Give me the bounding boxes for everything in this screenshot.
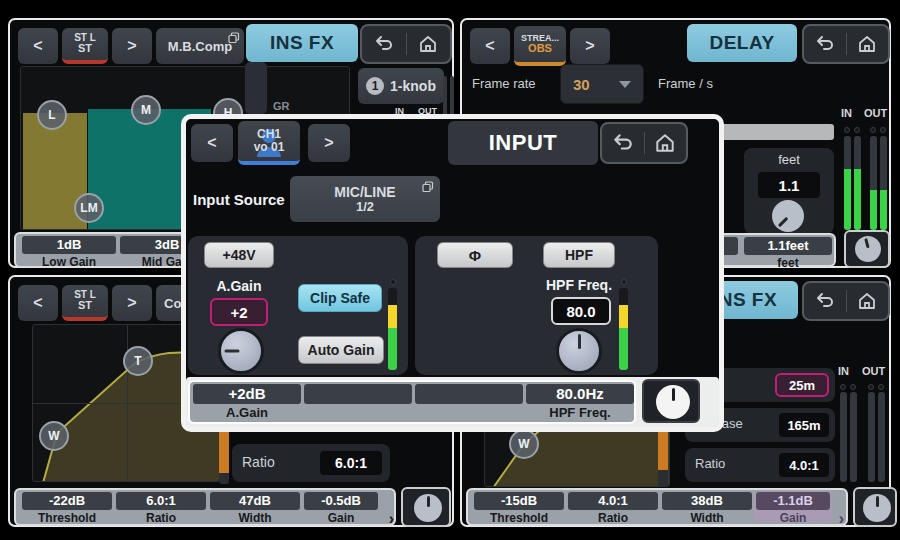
- again-knob[interactable]: [218, 328, 264, 374]
- undo-icon: [815, 35, 835, 53]
- next-channel-button[interactable]: >: [112, 28, 152, 64]
- param-bar: -15dB Threshold 4.0:1 Ratio 38dB Width -…: [466, 488, 848, 526]
- phantom-power-button[interactable]: +48V: [204, 242, 274, 268]
- touch-knob-box: [853, 487, 897, 527]
- param-width[interactable]: 47dB Width: [210, 492, 300, 522]
- page-title: INS FX: [246, 24, 358, 62]
- undo-button[interactable]: [804, 26, 846, 62]
- prev-channel-button[interactable]: <: [191, 124, 233, 162]
- effect-type-button[interactable]: M.B.Comp: [156, 28, 244, 64]
- frame-rate-dropdown[interactable]: 30: [560, 64, 644, 104]
- input-level-meter: [388, 288, 397, 370]
- param-low-gain[interactable]: 1dB Low Gain: [22, 236, 116, 264]
- param-again[interactable]: +2dB A.Gain: [193, 384, 301, 420]
- clip-safe-button[interactable]: Clip Safe: [298, 284, 382, 312]
- undo-button[interactable]: [362, 26, 406, 62]
- param-ratio[interactable]: 4.0:1 Ratio: [568, 492, 658, 522]
- touch-knob-box: [844, 230, 890, 268]
- nav-group: [600, 122, 688, 164]
- param-label: Threshold: [22, 511, 112, 525]
- param-delay-feet[interactable]: 1.1feet feet: [744, 237, 832, 263]
- param-label: A.Gain: [193, 405, 301, 420]
- again-value[interactable]: +2: [210, 298, 268, 326]
- chevron-down-icon: [619, 81, 631, 88]
- home-button[interactable]: [407, 26, 451, 62]
- one-knob-button[interactable]: 1 1-knob: [358, 68, 444, 104]
- param-value: 6.0:1: [116, 492, 206, 510]
- hpf-button[interactable]: HPF: [543, 242, 615, 268]
- more-params-chevron[interactable]: ›: [389, 512, 394, 526]
- page-title: DELAY: [687, 24, 797, 62]
- param-ratio[interactable]: 6.0:1 Ratio: [116, 492, 206, 522]
- low-mid-crossover-handle[interactable]: LM: [74, 193, 104, 223]
- param-value: [415, 384, 523, 404]
- home-button[interactable]: [645, 124, 687, 162]
- touch-knob[interactable]: [855, 236, 881, 262]
- fader-ghost[interactable]: [245, 62, 267, 114]
- in-meter-r: [850, 392, 857, 482]
- dialog-title: INPUT: [448, 121, 598, 165]
- param-2[interactable]: [304, 384, 412, 420]
- input-level-meter: [619, 288, 628, 370]
- width-handle[interactable]: W: [509, 429, 539, 459]
- frame-rate-label: Frame rate: [472, 76, 536, 91]
- channel-select-button[interactable]: ST L ST: [62, 285, 108, 321]
- channel-select-button[interactable]: STREA... OBS: [514, 26, 566, 66]
- prev-channel-button[interactable]: <: [470, 28, 510, 64]
- param-threshold[interactable]: -22dB Threshold: [22, 492, 112, 522]
- auto-gain-button[interactable]: Auto Gain: [298, 336, 384, 364]
- home-button[interactable]: [847, 26, 889, 62]
- param-gain[interactable]: -0.5dB Gain ›: [304, 492, 378, 522]
- undo-button[interactable]: [804, 283, 846, 319]
- prev-channel-button[interactable]: <: [18, 28, 58, 64]
- delay-feet-module: feet 1.1: [744, 148, 834, 234]
- threshold-handle[interactable]: T: [123, 346, 153, 376]
- release-value: 165m: [779, 413, 829, 437]
- width-handle[interactable]: W: [39, 421, 69, 451]
- clip-indicator: [621, 279, 627, 285]
- param-threshold[interactable]: -15dB Threshold: [474, 492, 564, 522]
- feet-knob[interactable]: [772, 200, 804, 232]
- home-button[interactable]: [847, 283, 889, 319]
- clip-indicator: [854, 127, 860, 133]
- next-channel-button[interactable]: >: [570, 28, 610, 64]
- out-meter-l: [870, 136, 877, 230]
- input-source-button[interactable]: MIC/LINE 1/2: [290, 176, 440, 222]
- param-hpf-freq[interactable]: 80.0Hz HPF Freq.: [526, 384, 634, 420]
- param-value: 80.0Hz: [526, 384, 634, 404]
- param-width[interactable]: 38dB Width: [662, 492, 752, 522]
- param-3[interactable]: [415, 384, 523, 420]
- out-meter-l: [868, 392, 875, 482]
- next-channel-button[interactable]: >: [112, 285, 152, 321]
- feet-value[interactable]: 1.1: [758, 172, 820, 198]
- touch-knob[interactable]: [656, 385, 690, 419]
- out-meter-r: [878, 392, 885, 482]
- channel-select-button[interactable]: CH1 vo 01: [238, 121, 300, 165]
- param-bar: +2dB A.Gain 80.0Hz HPF Freq.: [188, 380, 636, 424]
- channel-select-button[interactable]: ST L ST: [62, 28, 108, 64]
- prev-channel-button[interactable]: <: [18, 285, 58, 321]
- param-value: -1.1dB: [756, 492, 830, 510]
- dialog-bottom-strip: +2dB A.Gain 80.0Hz HPF Freq.: [186, 377, 719, 427]
- touch-knob[interactable]: [863, 494, 891, 522]
- hpf-freq-value[interactable]: 80.0: [551, 297, 611, 325]
- ratio-row[interactable]: Ratio 4.0:1: [685, 448, 835, 482]
- touch-knob-box: [401, 487, 451, 527]
- clip-indicator: [868, 384, 874, 390]
- home-icon: [418, 35, 438, 53]
- phase-button[interactable]: Φ: [437, 242, 513, 268]
- hpf-freq-knob[interactable]: [556, 328, 602, 374]
- touch-knob[interactable]: [414, 494, 442, 522]
- feet-unit-label: feet: [744, 152, 834, 167]
- clip-indicator: [878, 384, 884, 390]
- out-meter-label: OUT: [864, 107, 887, 119]
- param-gain-selected[interactable]: -1.1dB Gain ›: [754, 492, 832, 522]
- mid-band-handle[interactable]: M: [131, 95, 161, 125]
- ratio-row[interactable]: Ratio 6.0:1: [232, 444, 390, 482]
- next-channel-button[interactable]: >: [308, 124, 350, 162]
- more-params-chevron[interactable]: ›: [839, 512, 844, 526]
- in-meter-label: IN: [838, 365, 849, 377]
- low-band-handle[interactable]: L: [37, 100, 67, 130]
- clip-indicator: [880, 127, 886, 133]
- undo-button[interactable]: [602, 124, 644, 162]
